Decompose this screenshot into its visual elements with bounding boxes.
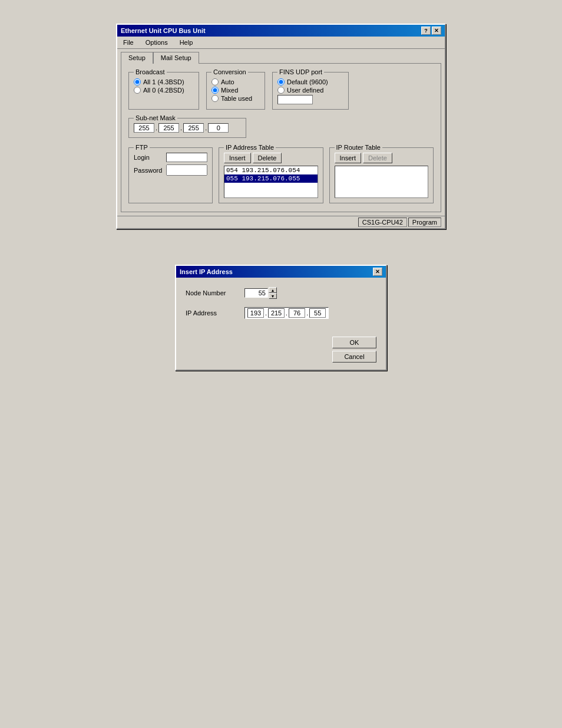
dialog-ok-button[interactable]: OK	[332, 337, 376, 348]
router-address-list[interactable]	[335, 166, 429, 198]
conversion-group: Conversion Auto Mixed Table used	[206, 72, 265, 110]
conversion-label: Conversion	[211, 68, 248, 75]
router-table-insert-button[interactable]: Insert	[335, 153, 362, 163]
fins-radio-1[interactable]	[277, 87, 285, 94]
broadcast-option-0[interactable]: All 1 (4.3BSD)	[134, 78, 194, 85]
help-button[interactable]: ?	[421, 27, 431, 35]
conversion-option-0[interactable]: Auto	[211, 78, 260, 85]
ip-seg-2[interactable]	[289, 308, 305, 318]
dialog-close-button[interactable]: ✕	[373, 268, 382, 276]
tab-setup[interactable]: Setup	[121, 52, 153, 64]
conversion-radio-2[interactable]	[211, 95, 219, 102]
conversion-radio-1[interactable]	[211, 87, 219, 94]
fins-udp-port-input[interactable]	[277, 95, 313, 104]
fins-label-0: Default (9600)	[287, 78, 328, 85]
subnet-label: Sub-net Mask	[134, 114, 177, 121]
status-bar: CS1G-CPU42 Program	[117, 216, 445, 228]
ftp-password-row: Password	[134, 164, 207, 176]
menu-options[interactable]: Options	[142, 38, 171, 47]
ip-address-field: IP Address . . .	[186, 307, 376, 319]
window-title: Ethernet Unit CPU Bus Unit	[121, 27, 206, 34]
ip-address-table-group: IP Address Table Insert Delete 054 193.2…	[219, 147, 323, 203]
broadcast-radio-1[interactable]	[134, 87, 141, 94]
subnet-seg-2[interactable]	[183, 123, 204, 133]
menu-file[interactable]: File	[120, 38, 137, 47]
ftp-login-row: Login	[134, 153, 207, 162]
ftp-login-label: Login	[134, 154, 164, 161]
top-groups-row: Broadcast All 1 (4.3BSD) All 0 (4.2BSD) …	[127, 70, 435, 112]
conversion-label-0: Auto	[221, 78, 234, 85]
conversion-label-1: Mixed	[221, 87, 238, 94]
subnet-input-row: . . .	[134, 123, 241, 133]
subnet-seg-1[interactable]	[158, 123, 179, 133]
dialog-title: Insert IP Address	[180, 268, 233, 275]
ftp-password-input[interactable]	[166, 164, 207, 176]
broadcast-label-0: All 1 (4.3BSD)	[143, 78, 184, 85]
broadcast-radio-0[interactable]	[134, 78, 141, 85]
dialog-buttons: OK Cancel	[176, 337, 386, 370]
bottom-section-row: FTP Login Password IP Address Table Inse…	[127, 145, 435, 206]
tab-setup-content: Broadcast All 1 (4.3BSD) All 0 (4.2BSD) …	[121, 63, 441, 212]
dialog-title-buttons: ✕	[373, 268, 382, 276]
ip-router-table-group: IP Router Table Insert Delete	[329, 147, 434, 203]
ip-list-item-1[interactable]: 055 193.215.076.055	[224, 174, 318, 183]
status-model: CS1G-CPU42	[358, 218, 407, 227]
router-table-buttons: Insert Delete	[335, 153, 429, 163]
status-mode: Program	[408, 218, 441, 227]
router-table-delete-button[interactable]: Delete	[363, 153, 392, 163]
broadcast-group: Broadcast All 1 (4.3BSD) All 0 (4.2BSD)	[128, 72, 199, 110]
fins-radio-0[interactable]	[277, 78, 285, 85]
ip-router-table-label: IP Router Table	[335, 144, 382, 151]
broadcast-label-1: All 0 (4.2BSD)	[143, 87, 184, 94]
broadcast-label: Broadcast	[134, 68, 167, 75]
ip-table-delete-button[interactable]: Delete	[253, 153, 282, 163]
fins-udp-option-0[interactable]: Default (9600)	[277, 78, 343, 85]
close-button[interactable]: ✕	[432, 27, 441, 35]
ip-address-label: IP Address	[186, 309, 239, 317]
ftp-group: FTP Login Password	[128, 147, 213, 203]
dialog-cancel-button[interactable]: Cancel	[332, 351, 376, 363]
node-number-spinbox: ▲ ▼	[244, 287, 277, 299]
conversion-label-2: Table used	[221, 95, 252, 102]
menu-bar: File Options Help	[117, 37, 445, 49]
subnet-group: Sub-net Mask . . .	[128, 118, 246, 138]
node-number-spin-up[interactable]: ▲	[269, 287, 277, 293]
conversion-option-2[interactable]: Table used	[211, 95, 260, 102]
fins-udp-option-1[interactable]: User defined	[277, 87, 343, 94]
ip-seg-3[interactable]	[309, 308, 326, 318]
insert-ip-dialog: Insert IP Address ✕ Node Number ▲ ▼ IP A…	[175, 265, 387, 371]
conversion-option-1[interactable]: Mixed	[211, 87, 260, 94]
dialog-title-bar: Insert IP Address ✕	[176, 266, 386, 278]
subnet-seg-0[interactable]	[134, 123, 154, 133]
fins-udp-label: FINS UDP port	[277, 68, 324, 75]
fins-label-1: User defined	[287, 87, 323, 94]
ip-address-list[interactable]: 054 193.215.076.054 055 193.215.076.055	[224, 166, 318, 198]
ip-seg-1[interactable]	[268, 308, 285, 318]
node-number-spin-down[interactable]: ▼	[269, 293, 277, 299]
ip-list-item-0[interactable]: 054 193.215.076.054	[224, 166, 318, 174]
conversion-radio-0[interactable]	[211, 78, 219, 85]
ip-table-buttons: Insert Delete	[224, 153, 318, 163]
ip-address-input-group: . . .	[244, 307, 329, 319]
main-window: Ethernet Unit CPU Bus Unit ? ✕ File Opti…	[116, 24, 446, 229]
ip-seg-0[interactable]	[247, 308, 264, 318]
node-number-spin-buttons: ▲ ▼	[269, 287, 277, 299]
ftp-label: FTP	[134, 144, 150, 151]
dialog-body: Node Number ▲ ▼ IP Address . . .	[176, 278, 386, 337]
menu-help[interactable]: Help	[176, 38, 197, 47]
node-number-label: Node Number	[186, 289, 239, 297]
subnet-seg-3[interactable]	[208, 123, 229, 133]
tab-mailsetup[interactable]: Mail Setup	[153, 52, 199, 64]
title-bar: Ethernet Unit CPU Bus Unit ? ✕	[117, 25, 445, 37]
tab-bar: Setup Mail Setup	[117, 49, 445, 63]
fins-udp-group: FINS UDP port Default (9600) User define…	[272, 72, 349, 110]
ftp-password-label: Password	[134, 167, 164, 174]
node-number-input[interactable]	[244, 288, 268, 298]
broadcast-option-1[interactable]: All 0 (4.2BSD)	[134, 87, 194, 94]
node-number-field: Node Number ▲ ▼	[186, 287, 376, 299]
ftp-login-input[interactable]	[166, 153, 207, 162]
ip-table-insert-button[interactable]: Insert	[224, 153, 251, 163]
ip-address-table-label: IP Address Table	[224, 144, 276, 151]
title-bar-buttons: ? ✕	[421, 27, 441, 35]
